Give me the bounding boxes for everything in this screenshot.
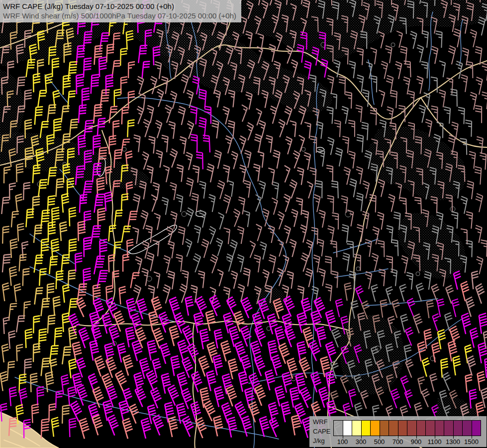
wind-barb [405, 328, 413, 346]
title-cape: WRF CAPE (J/kg) Tuesday 07-10-2025 00:00… [3, 1, 236, 11]
wind-barb [137, 77, 144, 95]
wind-barb [330, 241, 337, 257]
wind-barb [290, 239, 296, 257]
wind-barb [254, 355, 265, 376]
wind-barb [395, 62, 401, 79]
wind-barb [134, 135, 140, 152]
wind-barb [465, 120, 472, 137]
wind-barb [285, 327, 295, 347]
wind-barb [286, 46, 292, 64]
wind-barb [424, 329, 432, 348]
wind-barb [320, 59, 327, 78]
wind-barb [176, 195, 183, 212]
wind-barb [270, 418, 279, 437]
wind-barb [52, 208, 59, 227]
wind-barb [390, 269, 397, 286]
wind-barb [344, 167, 350, 185]
lakes-layer [97, 147, 324, 254]
wind-barb [460, 138, 467, 155]
wind-barb [206, 311, 215, 331]
wind-barb [419, 105, 425, 122]
wind-barb [454, 29, 461, 47]
wind-barb [231, 151, 238, 169]
wind-barb [2, 283, 9, 301]
wind-barb [307, 182, 313, 199]
wind-barb [52, 58, 59, 77]
wind-barb [213, 355, 223, 376]
wind-barb [417, 45, 423, 62]
wind-barb [393, 212, 400, 230]
wind-barb [193, 166, 199, 183]
wind-barb [214, 90, 220, 108]
wind-barb [62, 405, 70, 424]
wind-barb [350, 179, 357, 197]
legend-label: WRF CAPE J/kg [313, 417, 330, 446]
wind-barb [349, 61, 355, 79]
wind-barb [477, 137, 483, 154]
wind-barb [223, 195, 231, 213]
wind-barb [390, 389, 399, 408]
wind-barb [235, 341, 245, 362]
wind-barb [16, 316, 25, 332]
wind-barb [1, 197, 9, 214]
legend-label-line: J/kg [313, 436, 330, 446]
legend-label-line: CAPE [313, 427, 330, 436]
wind-barb [378, 179, 385, 197]
wind-barb [162, 135, 168, 152]
wind-barb [154, 272, 160, 288]
wind-barb [135, 257, 142, 274]
wind-barb [357, 224, 363, 242]
wind-barb [163, 166, 169, 182]
wind-barb [121, 194, 128, 211]
wind-barb [213, 416, 223, 437]
wind-barb [430, 373, 437, 391]
wind-barb [186, 239, 192, 257]
wind-barb [416, 283, 424, 302]
wind-barb [50, 359, 57, 377]
wind-barb [244, 150, 251, 168]
wind-barb [35, 288, 43, 305]
wind-barb [403, 77, 410, 95]
wind-barb [481, 240, 487, 257]
wind-barb [284, 194, 290, 212]
wind-barb [225, 136, 232, 154]
wind-barb [325, 284, 332, 301]
wind-barb [249, 402, 260, 422]
wind-barb [62, 194, 69, 213]
wind-barb [33, 165, 41, 183]
wind-barb [209, 226, 215, 244]
wind-barb [414, 198, 421, 214]
wind-barb [187, 90, 193, 108]
wind-barb [386, 46, 392, 63]
wind-barb [147, 340, 157, 361]
wind-barb [422, 389, 430, 407]
wind-barb [291, 209, 297, 226]
wind-barb [466, 212, 473, 228]
wind-barb [299, 357, 310, 378]
wind-barb [23, 183, 30, 200]
wind-barb [39, 269, 47, 286]
wind-barb [95, 356, 105, 376]
wind-barb [224, 228, 230, 244]
wind-barb [427, 300, 434, 318]
wind-barb [192, 193, 198, 212]
wind-barb [300, 387, 311, 408]
wind-barb [223, 165, 229, 183]
wind-barb [381, 61, 388, 79]
legend-colorbar [333, 420, 481, 436]
wind-barb [115, 371, 126, 391]
wind-barb [485, 357, 487, 378]
wind-barb [185, 297, 194, 316]
wind-barb [147, 252, 154, 271]
wind-barb [349, 389, 356, 407]
wind-barb [233, 209, 240, 227]
wind-barb [109, 326, 119, 346]
wind-barb [155, 62, 161, 79]
wind-barb [32, 404, 39, 423]
wind-barb [327, 137, 334, 155]
wind-barb [99, 57, 106, 77]
cape-legend: WRF CAPE J/kg 10030050070090011001300150… [309, 416, 487, 447]
wind-barb [223, 107, 229, 124]
wind-barb [256, 224, 262, 241]
wind-barb [255, 385, 266, 406]
